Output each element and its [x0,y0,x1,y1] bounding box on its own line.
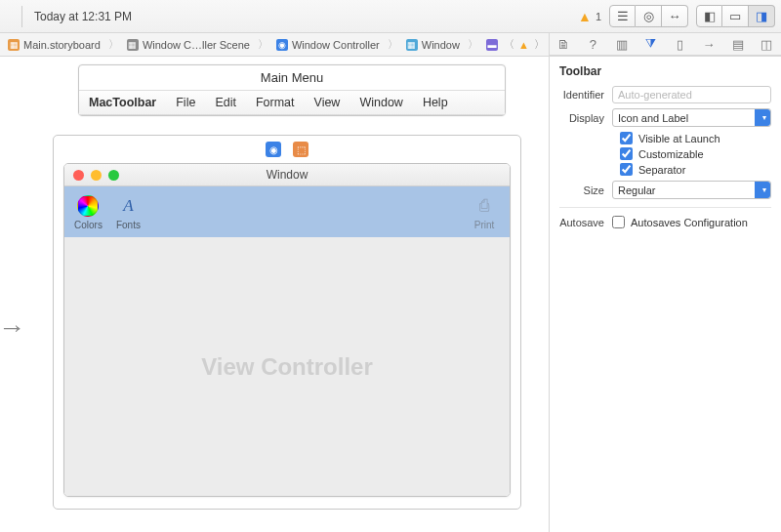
toolbar-item-colors[interactable]: Colors [74,194,103,230]
menu-item-file[interactable]: File [166,91,205,114]
main-menu-object[interactable]: Main Menu MacToolbar File Edit Format Vi… [78,64,506,116]
window-preview[interactable]: Window Colors A Fonts ⎙ Print [63,163,511,497]
toolbar-item-fonts[interactable]: A Fonts [116,194,141,230]
bottom-panel-button[interactable]: ▭ [722,5,749,27]
status-text: Today at 12:31 PM [34,10,132,23]
bindings-inspector-tab[interactable]: ▤ [729,35,747,53]
window-controller-object[interactable]: ◉ ⬚ Window Colors [53,135,521,510]
right-panel-button[interactable]: ◨ [749,5,775,27]
menu-item-format[interactable]: Format [246,91,305,114]
inspector-header: Toolbar [559,64,771,78]
first-responder-icon[interactable]: ⬚ [293,142,308,157]
assistant-editor-button[interactable]: ◎ [636,5,662,27]
window-content: View Controller [64,237,510,496]
menu-item-window[interactable]: Window [349,91,412,114]
jump-bar-nav: 〈 ▲ 〉 [499,33,549,56]
top-toolbar: Today at 12:31 PM ▲ 1 ☰ ◎ ↔ ◧ ▭ ◨ [0,0,781,33]
printer-icon: ⎙ [473,194,496,218]
size-inspector-tab[interactable]: ▯ [671,35,688,53]
jump-bar: ▦Main.storyboard〉 ▦Window C…ller Scene〉 … [0,33,781,57]
window-toolbar[interactable]: Colors A Fonts ⎙ Print [64,186,510,237]
interface-builder-canvas[interactable]: → Main Menu MacToolbar File Edit Format … [0,57,549,532]
autosave-checkbox[interactable]: Autosaves Configuration [612,216,748,228]
size-select[interactable]: Regular▾ [612,181,771,199]
warning-icon: ▲ [578,9,592,24]
crumb-controller[interactable]: ◉Window Controller〉 [272,37,402,52]
file-inspector-tab[interactable]: 🗎 [555,35,573,53]
panel-visibility-segment[interactable]: ◧ ▭ ◨ [696,5,775,27]
customizable-checkbox[interactable]: Customizable [620,147,771,160]
warning-badge[interactable]: ▲ 1 [578,9,601,24]
standard-editor-button[interactable]: ☰ [609,5,636,27]
size-label: Size [559,184,612,196]
crumb-scene[interactable]: ▦Window C…ller Scene〉 [123,37,272,52]
menu-bar: MacToolbar File Edit Format View Window … [79,91,505,115]
status-area: Today at 12:31 PM [6,6,140,27]
left-panel-button[interactable]: ◧ [696,5,722,27]
entry-arrow-icon: → [0,312,25,344]
attributes-inspector-tab[interactable]: ⧩ [642,35,660,53]
attributes-inspector: Toolbar Identifier Display Icon and Labe… [549,57,781,532]
identifier-label: Identifier [559,89,612,101]
menu-item-help[interactable]: Help [413,91,458,114]
view-controller-placeholder: View Controller [201,353,373,381]
breadcrumbs[interactable]: ▦Main.storyboard〉 ▦Window C…ller Scene〉 … [0,33,499,56]
colorwheel-icon [76,194,100,218]
menu-item-edit[interactable]: Edit [205,91,246,114]
crumb-toolbar[interactable]: ▬Toolbar [482,39,499,51]
window-title: Window [64,168,510,182]
autosave-label: Autosave [559,217,612,228]
font-icon: A [116,194,140,218]
window-controller-icon[interactable]: ◉ [266,142,281,157]
menu-item-app[interactable]: MacToolbar [79,91,166,114]
warning-icon[interactable]: ▲ [518,39,529,51]
separator-checkbox[interactable]: Separator [620,163,771,176]
display-label: Display [559,112,612,124]
main-menu-title: Main Menu [79,65,505,91]
back-button[interactable]: 〈 [499,34,518,56]
identifier-field[interactable] [612,86,771,103]
editor-mode-segment[interactable]: ☰ ◎ ↔ [609,5,688,27]
window-titlebar: Window [64,164,510,186]
visible-checkbox[interactable]: Visible at Launch [620,132,771,144]
inspector-tab-bar: 🗎 ? ▥ ⧩ ▯ → ▤ ◫ [549,33,781,56]
help-inspector-tab[interactable]: ? [584,35,601,53]
identity-inspector-tab[interactable]: ▥ [613,35,631,53]
crumb-window[interactable]: ▦Window〉 [402,37,482,52]
display-select[interactable]: Icon and Label▾ [612,108,771,127]
connections-inspector-tab[interactable]: → [700,35,718,53]
menu-item-view[interactable]: View [305,91,350,114]
effects-inspector-tab[interactable]: ◫ [758,35,775,53]
crumb-storyboard[interactable]: ▦Main.storyboard〉 [4,37,123,52]
toolbar-item-print[interactable]: ⎙ Print [473,194,496,230]
forward-button[interactable]: 〉 [529,34,549,56]
version-editor-button[interactable]: ↔ [662,5,688,27]
scene-dock: ◉ ⬚ [54,136,520,163]
